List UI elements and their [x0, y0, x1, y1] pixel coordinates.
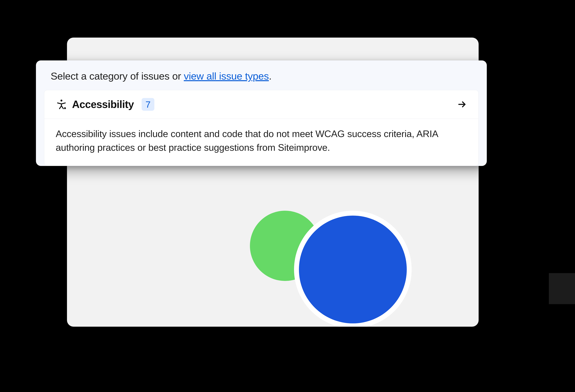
- stage: Select a category of issues or view all …: [0, 0, 575, 392]
- view-all-issue-types-link[interactable]: view all issue types: [184, 70, 269, 82]
- decorative-stripe: [549, 273, 575, 304]
- count-badge: 7: [142, 98, 154, 111]
- svg-point-0: [60, 100, 62, 102]
- issues-panel: Select a category of issues or view all …: [36, 60, 487, 166]
- instruction-prefix: Select a category of issues or: [51, 70, 184, 82]
- category-card-accessibility: Accessibility 7 Accessibility issues inc…: [44, 90, 479, 166]
- panel-instruction: Select a category of issues or view all …: [44, 69, 479, 90]
- accessibility-icon: [56, 99, 67, 110]
- decorative-circle-blue: [299, 216, 407, 323]
- category-description: Accessibility issues include content and…: [56, 127, 467, 154]
- category-header[interactable]: Accessibility 7: [44, 90, 479, 119]
- svg-point-2: [65, 108, 65, 108]
- decorative-circle-blue-ring: [294, 211, 412, 327]
- instruction-suffix: .: [269, 70, 272, 82]
- category-title: Accessibility: [72, 98, 134, 110]
- category-body: Accessibility issues include content and…: [44, 119, 479, 166]
- arrow-right-icon: [457, 99, 467, 109]
- category-header-left: Accessibility 7: [56, 98, 154, 111]
